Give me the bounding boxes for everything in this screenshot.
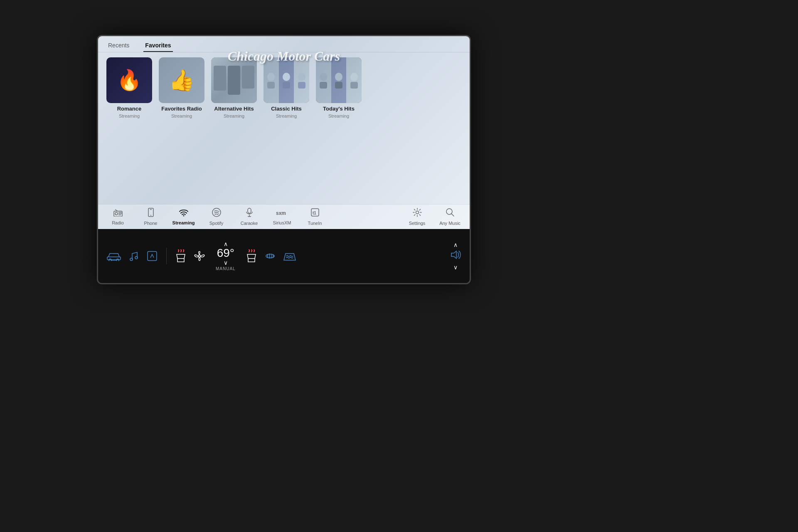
tunein-icon: t1 (310, 208, 320, 219)
gear-icon (413, 208, 422, 219)
card-romance-image: 🔥 (106, 57, 152, 103)
volume-up-button[interactable]: ∧ (453, 241, 458, 248)
radio-icon (113, 208, 123, 219)
control-bar: ∧ 69° ∨ MANUAL (98, 229, 470, 283)
svg-point-8 (335, 73, 342, 81)
svg-rect-7 (320, 82, 327, 89)
cards-row: 🔥 Romance Streaming 👍 Favorites Radio St… (106, 57, 461, 118)
classic-faces (264, 57, 309, 103)
seat-heat-right-button[interactable] (246, 249, 257, 263)
temperature-control: ∧ 69° ∨ MANUAL (216, 241, 236, 271)
siriusxm-icon: sxm (276, 208, 288, 219)
card-favorites-image: 👍 (159, 57, 204, 103)
svg-line-31 (451, 214, 454, 216)
search-icon (446, 208, 455, 219)
svg-point-4 (298, 73, 305, 81)
phone-icon (147, 208, 155, 219)
nav-radio-label: Radio (112, 220, 124, 225)
nav-phone-label: Phone (144, 221, 158, 226)
nav-settings-label: Settings (409, 221, 426, 226)
nav-streaming[interactable]: Streaming (172, 208, 195, 225)
svg-point-29 (416, 211, 419, 214)
temp-up-button[interactable]: ∧ (224, 241, 228, 247)
fan-button[interactable] (193, 250, 206, 262)
svg-rect-9 (335, 82, 342, 89)
volume-down-button[interactable]: ∨ (453, 264, 458, 271)
display-area: Chicago Motor Cars Recents Favorites 🔥 R… (98, 36, 470, 229)
nav-settings[interactable]: Settings (406, 208, 429, 226)
microphone-icon (246, 208, 253, 219)
spotify-icon (212, 208, 221, 219)
card-todays-hits-subtitle: Streaming (328, 113, 349, 118)
card-favorites-radio[interactable]: 👍 Favorites Radio Streaming (159, 57, 204, 118)
favorites-emoji: 👍 (169, 68, 195, 92)
nav-tunein-label: TuneIn (308, 221, 322, 226)
nav-streaming-label: Streaming (172, 220, 195, 225)
card-classic-hits[interactable]: Classic Hits Streaming (264, 57, 309, 118)
card-classic-hits-title: Classic Hits (271, 106, 302, 113)
temp-down-button[interactable]: ∨ (224, 260, 228, 266)
svg-text:t1: t1 (313, 211, 316, 215)
svg-rect-5 (298, 82, 305, 89)
card-todays-hits-title: Today's Hits (323, 106, 355, 113)
nav-any-music[interactable]: Any Music (438, 208, 461, 226)
card-alt-hits-image (211, 57, 257, 103)
nav-phone[interactable]: Phone (139, 208, 162, 226)
nav-siriusxm[interactable]: sxm SiriusXM (271, 208, 293, 225)
svg-marker-40 (451, 251, 456, 259)
svg-point-21 (183, 215, 184, 217)
temp-mode-label: MANUAL (216, 266, 236, 271)
defrost-button[interactable] (283, 250, 296, 262)
todays-face-3 (346, 57, 362, 103)
ac-vent-button[interactable] (264, 250, 276, 262)
expand-button[interactable] (146, 250, 158, 262)
car-button[interactable] (106, 251, 121, 261)
svg-rect-11 (350, 82, 358, 89)
card-romance-title: Romance (117, 106, 142, 113)
svg-text:sxm: sxm (276, 210, 286, 216)
card-todays-hits[interactable]: Today's Hits Streaming (316, 57, 362, 118)
svg-point-39 (199, 255, 201, 257)
card-alt-hits-title: Alternative Hits (214, 106, 254, 113)
todays-faces (316, 57, 362, 103)
card-todays-hits-image (316, 57, 362, 103)
tab-bar: Recents Favorites (98, 36, 470, 52)
svg-point-2 (283, 73, 290, 81)
card-romance[interactable]: 🔥 Romance Streaming (106, 57, 152, 118)
tab-recents[interactable]: Recents (106, 39, 131, 52)
face-3 (294, 57, 309, 103)
content-area: 🔥 Romance Streaming 👍 Favorites Radio St… (98, 52, 470, 204)
tab-favorites[interactable]: Favorites (143, 39, 172, 52)
volume-control: ∧ ∨ (450, 241, 461, 271)
svg-point-20 (150, 215, 151, 216)
nav-tunein[interactable]: t1 TuneIn (303, 208, 326, 226)
nav-spotify-label: Spotify (209, 221, 224, 226)
svg-point-13 (115, 212, 118, 215)
nav-spotify[interactable]: Spotify (205, 208, 228, 226)
seat-heat-left-button[interactable] (175, 249, 187, 263)
nav-siriusxm-label: SiriusXM (273, 220, 291, 225)
nav-karaoke[interactable]: Caraoke (238, 208, 261, 226)
svg-point-6 (320, 73, 327, 81)
volume-icon (450, 250, 461, 262)
card-classic-hits-subtitle: Streaming (276, 113, 297, 118)
card-romance-subtitle: Streaming (119, 113, 140, 118)
temp-display: 69° (217, 247, 234, 260)
todays-face-2 (331, 57, 347, 103)
screen-wrapper: Chicago Motor Cars Recents Favorites 🔥 R… (97, 35, 471, 284)
svg-rect-1 (267, 82, 275, 89)
svg-point-0 (267, 73, 275, 81)
svg-rect-3 (283, 82, 290, 89)
nav-radio[interactable]: Radio (106, 208, 129, 225)
svg-rect-38 (148, 251, 157, 261)
divider-1 (166, 248, 167, 264)
alt-hits-photo (211, 57, 257, 103)
music-button[interactable] (128, 250, 140, 262)
svg-point-10 (350, 73, 358, 81)
nav-any-music-label: Any Music (439, 221, 461, 226)
card-classic-hits-image (264, 57, 309, 103)
card-alt-hits[interactable]: Alternative Hits Streaming (211, 57, 257, 118)
face-2 (279, 57, 294, 103)
romance-emoji: 🔥 (117, 69, 142, 92)
card-alt-hits-subtitle: Streaming (224, 113, 244, 118)
